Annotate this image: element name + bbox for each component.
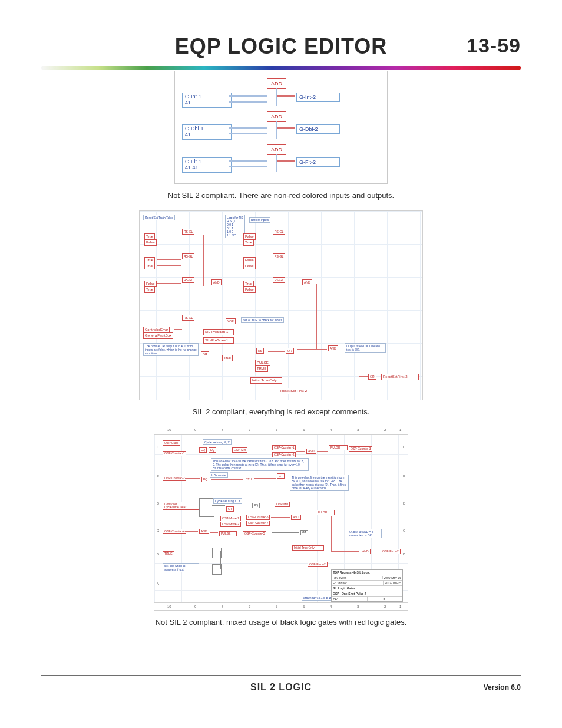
wire-black [220,551,221,569]
tick: 5 [303,605,305,608]
gate-and: AND [199,529,209,534]
gate-pulse: PULSE [316,510,335,515]
grid [140,211,422,400]
gate-pulse: PULSE [219,531,237,536]
wire [203,235,204,286]
input-gdbl1-label: G-Dbl-1 [185,126,229,132]
tick: 2 [384,605,386,608]
wire [185,531,198,532]
gate-rsgl: RS-GL [273,253,285,259]
label-false: False [243,263,256,269]
label-false: False [144,239,157,246]
input-gdbl1: G-Dbl-1 41 [182,124,232,140]
label-ospmove: OSP-Move-1 [220,516,241,521]
truth-row: 1 1 NC [227,233,243,237]
wire [229,160,267,162]
wire [229,95,267,97]
label-false: False [144,281,157,287]
label-true: True [144,257,155,263]
gate-gt: GT [277,473,285,479]
input-gint1-value: 41 [185,100,229,106]
wire [276,121,277,139]
gate-rsgl: RS-GL [182,253,194,259]
wire [293,235,293,286]
page-header: EQP LOGIC EDITOR 13-59 [41,34,521,70]
ruler-bottom: 10 9 8 7 6 5 4 3 2 1 [154,602,408,610]
titleblock-line1: EQP Regress 4b-SIL Logic [332,570,402,575]
tick: 4 [330,428,332,431]
wire [220,450,231,450]
tick: 8 [222,428,223,431]
wire [271,517,290,518]
titleblock-line4: SIL Logic Gates [332,586,402,591]
row-label: F [157,445,159,449]
tick: 1 [399,428,401,431]
output-gdbl2: G-Dbl-2 [296,124,340,134]
titleblock-author1: Ray Swiss [333,576,383,579]
label-true: TRUE [163,551,174,556]
label-true: True [243,281,254,287]
note-oneshot1: This one-shot fires on the transition fr… [211,458,309,471]
label-false: False [243,233,256,240]
gate-gt-black: GT [300,530,308,535]
tick: 3 [357,428,359,431]
tick: 3 [357,605,359,608]
tick: 4 [330,605,332,608]
page-footer: SIL 2 LOGIC Version 6.0 [41,675,521,693]
wire-black [237,509,251,509]
wire [268,351,285,352]
wire [277,160,295,162]
row-label: A [157,582,159,585]
gate-rsgl: RS-GL [273,277,285,283]
titleblock-author2: Ed Shriner [333,581,384,585]
gate-eq: EQ [199,447,207,453]
label-ospmove2: OSP-Move-2 [220,522,241,527]
gate-rs: RS [256,348,264,354]
gate-gt: GT [226,506,234,512]
figure-3: 10 9 8 7 6 5 4 3 2 1 10 9 8 7 6 5 4 3 2 [154,427,408,611]
note-suppress: Set this when to suppress if out [163,563,199,572]
input-gint1-label: G-Int-1 [185,94,229,100]
label-prescan: SIL-PreScan-1 [203,337,234,344]
label-true: True [144,263,155,269]
wire [359,348,359,376]
wire [341,348,359,348]
page-number: 13-59 [467,34,521,57]
gate-eq: EQ [209,447,216,453]
label-osperror2: OSP-Error-2 [381,549,401,554]
gate-eq: EQ [201,477,209,482]
note-andok: Output of AND = T means test is OK. [348,529,382,538]
tick: 10 [167,428,171,431]
label-truthtable: Reset/Set Truth Table [143,215,175,220]
note-oneshot2: This one-shot fires on the transition fr… [290,475,349,491]
label-true: True [144,286,155,293]
label-ospcounter2: OSP-Counter-2 [163,476,186,481]
label-true: True [243,239,254,246]
wire [157,289,181,289]
label-cycle2: Cycle set rung X, X [213,498,242,504]
tick: 6 [276,428,277,431]
caption-2: SIL 2 compliant, everything is red excep… [41,407,521,416]
row-label: D [157,502,159,505]
tick: 7 [249,428,250,431]
titleblock-rev: #17 [333,597,368,601]
label-true2: TRUE [255,365,268,372]
footer-version: Version 6.0 [484,683,521,691]
tick: 5 [303,428,305,431]
document-page: EQP LOGIC EDITOR 13-59 ADD G-Int-1 41 G-… [0,0,562,728]
label-prescan: SIL-PreScan-1 [203,329,234,335]
wire [277,127,295,129]
wire [229,127,267,129]
wire [331,516,332,551]
tick: 9 [194,605,196,608]
label-ctrlerr: ControllerError [143,327,170,333]
input-gflt1: G-Flt-1 41.41 [182,157,232,173]
footer-rule [41,675,521,676]
tick: 1 [399,605,401,608]
label-resetout: ResetSetFirst-2 [381,374,419,380]
gate-and: AND [306,449,316,454]
title-block: EQP Regress 4b-SIL Logic Ray Swiss2009-M… [331,569,403,602]
label-osptag: OSP-Min [232,447,247,453]
row-label: B [157,552,159,556]
row-label: C [157,529,159,532]
